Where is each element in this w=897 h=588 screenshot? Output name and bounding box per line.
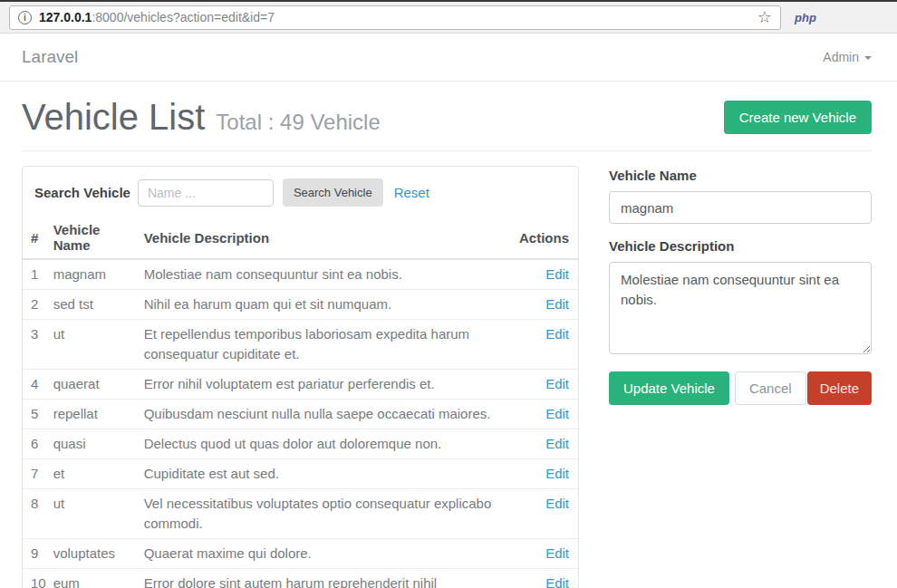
- edit-link[interactable]: Edit: [545, 296, 569, 312]
- vehicle-description-cell: Delectus quod ut quas dolor aut doloremq…: [144, 429, 519, 459]
- column-header-actions: Actions: [519, 217, 578, 259]
- vehicle-list-panel: Search Vehicle Search Vehicle Reset # Ve…: [22, 166, 579, 588]
- search-label: Search Vehicle: [34, 185, 130, 200]
- vehicle-table-body: 1magnamMolestiae nam consequuntur sint e…: [23, 259, 578, 588]
- cancel-button[interactable]: Cancel: [735, 371, 806, 405]
- vehicle-name-input[interactable]: [609, 191, 872, 224]
- php-bookmark[interactable]: php: [795, 11, 816, 24]
- update-vehicle-button[interactable]: Update Vehicle: [609, 371, 729, 405]
- url-path: :8000/vehicles?action=edit&id=7: [92, 10, 275, 24]
- vehicle-name-cell: eum: [53, 569, 144, 588]
- edit-link[interactable]: Edit: [545, 466, 569, 481]
- header-divider: [22, 150, 872, 151]
- row-index: 3: [23, 320, 53, 370]
- url-host: 127.0.0.1: [39, 10, 92, 24]
- row-index: 5: [23, 400, 53, 429]
- vehicle-name-cell: ut: [53, 320, 144, 370]
- vehicle-description-cell: Cupiditate est aut sed.: [144, 459, 519, 489]
- search-form: Search Vehicle Search Vehicle Reset: [23, 167, 578, 217]
- vehicle-description-cell: Et repellendus temporibus laboriosam exp…: [144, 320, 519, 370]
- user-menu-label: Admin: [823, 50, 859, 64]
- app-navbar: Laravel Admin: [0, 34, 897, 82]
- table-row: 4quaeratError nihil voluptatem est paria…: [23, 370, 578, 400]
- vehicle-description-textarea[interactable]: Molestiae nam consequuntur sint ea nobis…: [609, 262, 872, 354]
- edit-link[interactable]: Edit: [545, 376, 569, 391]
- vehicle-name-cell: repellat: [53, 400, 144, 429]
- vehicle-name-label: Vehicle Name: [609, 168, 872, 183]
- row-index: 4: [23, 370, 53, 400]
- address-bar[interactable]: i 127.0.0.1:8000/vehicles?action=edit&id…: [9, 5, 781, 30]
- search-button[interactable]: Search Vehicle: [283, 178, 383, 207]
- actions-cell: Edit: [519, 429, 578, 459]
- actions-cell: Edit: [519, 489, 578, 539]
- vehicle-name-cell: ut: [53, 489, 144, 539]
- table-row: 3utEt repellendus temporibus laboriosam …: [23, 320, 578, 370]
- edit-link[interactable]: Edit: [545, 436, 569, 451]
- row-index: 1: [23, 259, 53, 290]
- actions-cell: Edit: [519, 459, 578, 489]
- edit-link[interactable]: Edit: [545, 326, 569, 342]
- table-row: 7etCupiditate est aut sed.Edit: [23, 459, 578, 489]
- actions-cell: Edit: [519, 370, 578, 400]
- actions-cell: Edit: [519, 259, 578, 290]
- vehicle-name-cell: quaerat: [53, 370, 144, 400]
- search-input[interactable]: [138, 179, 274, 207]
- actions-cell: Edit: [519, 400, 578, 429]
- vehicle-table: # Vehicle Name Vehicle Description Actio…: [23, 217, 578, 588]
- edit-link[interactable]: Edit: [545, 496, 569, 511]
- brand-link[interactable]: Laravel: [22, 47, 78, 67]
- edit-link[interactable]: Edit: [545, 575, 569, 588]
- vehicle-description-cell: Nihil ea harum quam qui et sit numquam.: [144, 290, 519, 320]
- vehicle-name-cell: et: [53, 459, 144, 489]
- page-title: Vehicle List: [22, 97, 205, 137]
- vehicle-count: Total : 49 Vehicle: [216, 110, 380, 135]
- actions-cell: Edit: [519, 320, 578, 370]
- user-menu-dropdown[interactable]: Admin: [823, 50, 872, 64]
- vehicle-description-cell: Quaerat maxime qui dolore.: [144, 539, 519, 569]
- title-wrap: Vehicle List Total : 49 Vehicle: [22, 97, 381, 137]
- page-header: Vehicle List Total : 49 Vehicle Create n…: [22, 97, 872, 137]
- row-index: 7: [23, 459, 53, 489]
- site-info-icon[interactable]: i: [18, 11, 32, 24]
- actions-cell: Edit: [519, 569, 578, 588]
- page-content: Vehicle List Total : 49 Vehicle Create n…: [0, 97, 897, 588]
- column-header-index: #: [23, 217, 53, 259]
- table-row: 6quasiDelectus quod ut quas dolor aut do…: [23, 429, 578, 459]
- edit-vehicle-form: Vehicle Name Vehicle Description Molesti…: [609, 166, 872, 405]
- table-row: 2sed tstNihil ea harum quam qui et sit n…: [23, 290, 578, 320]
- vehicle-description-cell: Molestiae nam consequuntur sint ea nobis…: [144, 259, 519, 290]
- vehicle-description-cell: Quibusdam nesciunt nulla nulla saepe occ…: [144, 400, 519, 429]
- edit-link[interactable]: Edit: [545, 545, 569, 561]
- row-index: 6: [23, 429, 53, 459]
- row-index: 9: [23, 539, 53, 569]
- table-row: 8utVel necessitatibus voluptates optio c…: [23, 489, 578, 539]
- vehicle-description-cell: Vel necessitatibus voluptates optio cons…: [144, 489, 519, 539]
- column-header-description: Vehicle Description: [144, 217, 519, 259]
- edit-link[interactable]: Edit: [545, 406, 569, 421]
- column-header-name: Vehicle Name: [53, 217, 144, 259]
- table-row: 5repellatQuibusdam nesciunt nulla nulla …: [23, 400, 578, 429]
- vehicle-description-label: Vehicle Description: [609, 238, 872, 254]
- table-header-row: # Vehicle Name Vehicle Description Actio…: [23, 217, 578, 259]
- delete-button[interactable]: Delete: [807, 371, 872, 405]
- bookmark-star-icon[interactable]: ☆: [757, 9, 772, 25]
- table-row: 9voluptatesQuaerat maxime qui dolore.Edi…: [23, 539, 578, 569]
- reset-link[interactable]: Reset: [394, 185, 429, 200]
- url-text: 127.0.0.1:8000/vehicles?action=edit&id=7: [39, 10, 275, 24]
- vehicle-name-cell: sed tst: [53, 290, 144, 320]
- vehicle-name-cell: magnam: [53, 259, 144, 290]
- actions-cell: Edit: [519, 290, 578, 320]
- edit-link[interactable]: Edit: [545, 266, 569, 282]
- vehicle-description-cell: Error dolore sint autem harum reprehende…: [144, 569, 519, 588]
- actions-cell: Edit: [519, 539, 578, 569]
- row-index: 2: [23, 290, 53, 320]
- browser-toolbar: i 127.0.0.1:8000/vehicles?action=edit&id…: [0, 0, 897, 34]
- form-buttons: Update Vehicle Cancel Delete: [609, 371, 872, 405]
- row-index: 8: [23, 489, 53, 539]
- table-row: 10eumError dolore sint autem harum repre…: [23, 569, 578, 588]
- vehicle-description-cell: Error nihil voluptatem est pariatur perf…: [144, 370, 519, 400]
- chevron-down-icon: [864, 56, 872, 60]
- create-vehicle-button[interactable]: Create new Vehicle: [724, 101, 872, 134]
- table-row: 1magnamMolestiae nam consequuntur sint e…: [23, 259, 578, 290]
- vehicle-name-cell: quasi: [53, 429, 144, 459]
